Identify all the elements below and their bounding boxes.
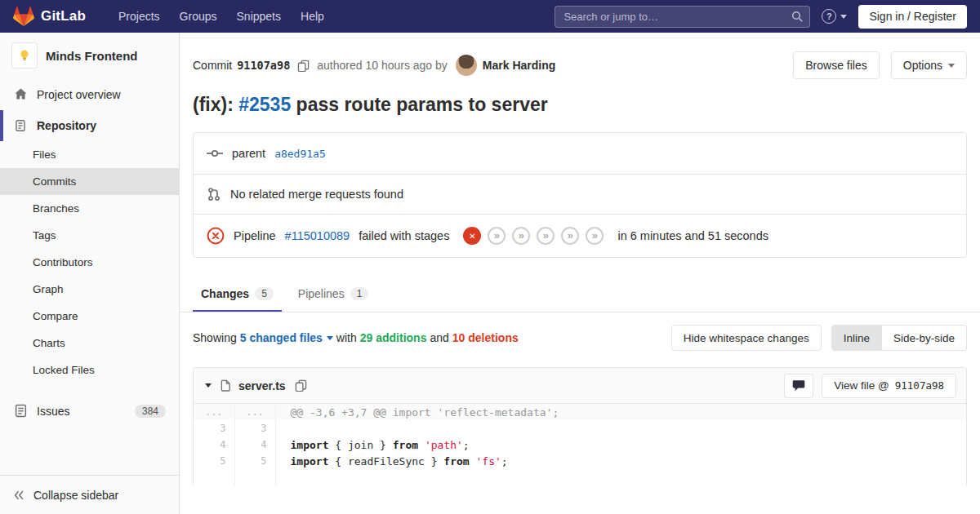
sidebar-item-graph[interactable]: Graph (0, 276, 179, 303)
sidebar-item-files[interactable]: Files (0, 141, 179, 168)
search-input[interactable] (555, 6, 810, 28)
author-name[interactable]: Mark Harding (483, 59, 555, 72)
file-name: server.ts (238, 379, 286, 392)
merge-request-icon (207, 187, 221, 202)
ci-failed-icon (207, 227, 225, 245)
authored-text: authored 10 hours ago by (317, 59, 448, 72)
new-line-number[interactable]: 4 (234, 436, 275, 453)
sidebar-item-repository[interactable]: Repository (0, 110, 179, 141)
sidebar-item-issues[interactable]: Issues 384 (0, 395, 179, 427)
help-icon: ? (822, 9, 836, 24)
stage-skipped-icon[interactable]: » (488, 227, 506, 245)
chevron-down-icon (840, 15, 847, 19)
view-file-button[interactable]: View file @ 91107a98 (822, 374, 956, 398)
sidebar-item-branches[interactable]: Branches (0, 195, 179, 222)
diff-code-line (275, 469, 966, 485)
primary-nav: Projects Groups Snippets Help (109, 0, 334, 33)
collapse-sidebar-button[interactable]: Collapse sidebar (0, 475, 179, 514)
nav-groups[interactable]: Groups (170, 0, 227, 33)
commit-label: Commit (193, 59, 232, 72)
main-content: Minds › Minds Frontend › Commits › 91107… (180, 0, 980, 485)
diff-code-line (275, 420, 966, 436)
pipeline-id-link[interactable]: #115010089 (285, 229, 350, 242)
options-dropdown-button[interactable]: Options (891, 51, 967, 79)
chevron-down-icon (327, 336, 333, 340)
gitlab-home-link[interactable]: GitLab (13, 6, 86, 27)
issue-link[interactable]: #2535 (238, 94, 291, 115)
diff-code-line: import { join } from 'path'; (275, 436, 966, 453)
sidebar-item-contributors[interactable]: Contributors (0, 249, 179, 276)
project-name: Minds Frontend (46, 49, 138, 63)
stage-skipped-icon[interactable]: » (586, 227, 604, 245)
stage-failed-icon[interactable]: ✕ (463, 227, 481, 245)
hide-whitespace-button[interactable]: Hide whitespace changes (671, 325, 822, 351)
collapse-label: Collapse sidebar (33, 489, 118, 502)
diff-code-line: import { readFileSync } from 'fs'; (275, 453, 966, 469)
old-line-number[interactable] (194, 469, 234, 485)
sidebar-item-compare[interactable]: Compare (0, 303, 179, 330)
new-line-number[interactable]: 3 (234, 420, 275, 436)
sidebar-item-charts[interactable]: Charts (0, 330, 179, 357)
sidebar-item-locked-files[interactable]: Locked Files (0, 357, 179, 383)
new-line-number[interactable]: 5 (234, 453, 275, 469)
commit-info-box: parent a8ed91a5 No related merge request… (193, 132, 967, 258)
mini-pipeline-graph: ✕ » » » » » (463, 227, 604, 245)
stage-skipped-icon[interactable]: » (512, 227, 530, 245)
stage-skipped-icon[interactable]: » (561, 227, 579, 245)
copy-sha-icon[interactable] (297, 60, 310, 72)
deletions-count: 10 deletions (452, 331, 519, 344)
side-by-side-view-button[interactable]: Side-by-side (882, 325, 967, 351)
parent-sha-link[interactable]: a8ed91a5 (274, 148, 326, 160)
brand-wordmark: GitLab (41, 8, 86, 24)
nav-projects[interactable]: Projects (109, 0, 170, 33)
help-dropdown[interactable]: ? (822, 9, 847, 24)
merge-requests-row: No related merge requests found (194, 175, 966, 215)
sidebar-item-label: Project overview (37, 88, 121, 101)
sidebar-item-label: Repository (37, 119, 96, 132)
diff-file-header: server.ts View file @ 91107a98 (194, 368, 966, 404)
diff-hunk-row: ... ... @@ -3,6 +3,7 @@ import 'reflect-… (194, 404, 966, 420)
changed-files-dropdown[interactable]: 5 changed files (240, 331, 333, 344)
diff-file-container: server.ts View file @ 91107a98 (193, 367, 967, 485)
with-label: with (336, 331, 357, 344)
diff-line-row (194, 469, 966, 485)
hunk-header-text: @@ -3,6 +3,7 @@ import 'reflect-metadata… (275, 404, 966, 420)
tab-changes[interactable]: Changes 5 (193, 276, 282, 312)
pipelines-count-badge: 1 (350, 287, 369, 300)
sign-in-button[interactable]: Sign in / Register (858, 5, 967, 29)
author-avatar[interactable] (456, 55, 477, 76)
sidebar-item-commits[interactable]: Commits (0, 168, 179, 195)
project-context[interactable]: Minds Frontend (0, 33, 179, 78)
repository-icon (13, 119, 28, 132)
commit-tabs: Changes 5 Pipelines 1 (180, 276, 980, 312)
chevron-down-icon (948, 64, 955, 68)
collapse-diff-icon[interactable] (203, 382, 213, 389)
nav-help[interactable]: Help (291, 0, 334, 33)
tab-pipelines[interactable]: Pipelines 1 (290, 276, 377, 312)
parent-commit-row: parent a8ed91a5 (194, 133, 966, 175)
top-navbar: GitLab Projects Groups Snippets Help ? S… (0, 0, 980, 33)
nav-snippets[interactable]: Snippets (227, 0, 291, 33)
diff-view-toggle: Inline Side-by-side (831, 325, 967, 351)
new-line-number: ... (234, 404, 275, 420)
copy-file-path-icon[interactable] (295, 379, 307, 392)
commit-meta-row: Commit 91107a98 authored 10 hours ago by… (180, 38, 980, 87)
gitlab-tanuki-logo (13, 6, 34, 27)
diff-line-row: 4 4 import { join } from 'path'; (194, 436, 966, 453)
sidebar-item-tags[interactable]: Tags (0, 222, 179, 249)
sidebar-item-project-overview[interactable]: Project overview (0, 78, 179, 110)
showing-label: Showing (193, 331, 237, 344)
old-line-number[interactable]: 3 (194, 420, 234, 436)
old-line-number[interactable]: 4 (194, 436, 234, 453)
old-line-number[interactable]: 5 (194, 453, 234, 469)
stage-skipped-icon[interactable]: » (537, 227, 555, 245)
issues-icon (13, 404, 28, 418)
inline-view-button[interactable]: Inline (831, 325, 882, 351)
comment-on-file-button[interactable] (784, 374, 813, 398)
browse-files-button[interactable]: Browse files (793, 51, 879, 79)
comment-bubble-icon (792, 379, 805, 392)
diff-summary-row: Showing 5 changed files with 29 addition… (180, 312, 980, 362)
diff-table: ... ... @@ -3,6 +3,7 @@ import 'reflect-… (194, 404, 966, 485)
search-icon[interactable] (791, 10, 804, 23)
new-line-number[interactable] (234, 469, 275, 485)
